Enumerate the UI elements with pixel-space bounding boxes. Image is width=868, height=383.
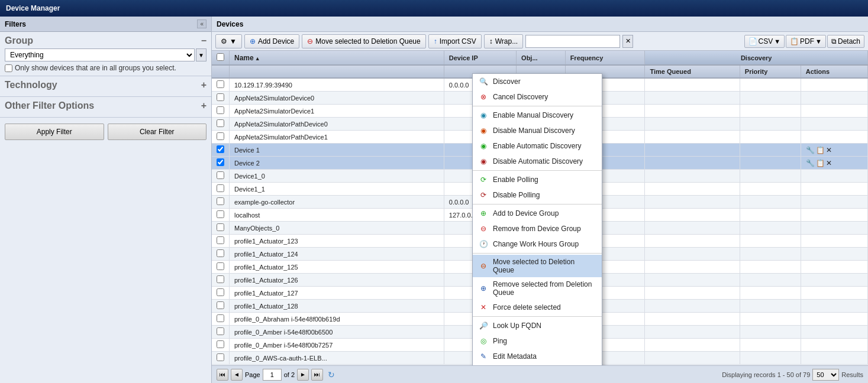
- row-checkbox[interactable]: [217, 132, 224, 140]
- only-show-checkbox[interactable]: [5, 64, 12, 72]
- wrap-button[interactable]: ↕ Wrap...: [484, 34, 523, 48]
- menu-item-disable-auto[interactable]: ◉Disable Automatic Discovery: [473, 154, 602, 169]
- csv-export-button[interactable]: 📄 CSV▼: [744, 35, 785, 48]
- row-checkbox-cell[interactable]: [212, 131, 230, 144]
- action-icon-2[interactable]: 📋: [816, 159, 825, 167]
- menu-item-enable-auto[interactable]: ◉Enable Automatic Discovery: [473, 138, 602, 154]
- row-checkbox[interactable]: [217, 210, 224, 218]
- row-checkbox[interactable]: [217, 288, 224, 296]
- row-checkbox[interactable]: [217, 80, 224, 88]
- row-checkbox-cell[interactable]: [212, 326, 230, 339]
- row-checkbox-cell[interactable]: [212, 235, 230, 248]
- menu-item-enable-polling[interactable]: ⟳Enable Polling: [473, 172, 602, 187]
- action-icon-2[interactable]: 📋: [816, 146, 825, 154]
- next-page-button[interactable]: ►: [297, 369, 309, 381]
- settings-button[interactable]: ⚙ ▼: [215, 34, 242, 48]
- row-checkbox[interactable]: [217, 106, 224, 114]
- pdf-export-button[interactable]: 📋 PDF▼: [786, 35, 826, 48]
- time-queued-subheader[interactable]: Time Queued: [645, 65, 740, 78]
- group-dropdown-button[interactable]: ▼: [196, 48, 206, 61]
- row-checkbox-cell[interactable]: [212, 105, 230, 118]
- menu-item-change-work-hours[interactable]: 🕐Change Work Hours Group: [473, 236, 602, 252]
- row-checkbox-cell[interactable]: [212, 352, 230, 365]
- row-checkbox-cell[interactable]: [212, 261, 230, 274]
- row-checkbox-cell[interactable]: [212, 170, 230, 183]
- row-checkbox[interactable]: [217, 197, 224, 205]
- action-icon-1[interactable]: 🔧: [806, 159, 815, 167]
- row-checkbox-cell[interactable]: [212, 144, 230, 157]
- row-checkbox-cell[interactable]: [212, 78, 230, 92]
- menu-item-cancel-discovery[interactable]: ⊗Cancel Discovery: [473, 89, 602, 105]
- row-checkbox-cell[interactable]: [212, 118, 230, 131]
- group-expand-icon[interactable]: −: [201, 35, 206, 46]
- row-checkbox[interactable]: [217, 158, 224, 166]
- row-checkbox[interactable]: [217, 301, 224, 309]
- objects-column-header[interactable]: Obj...: [517, 51, 566, 65]
- menu-item-edit-metadata[interactable]: ✎Edit Metadata: [473, 349, 602, 364]
- row-checkbox-cell[interactable]: [212, 222, 230, 235]
- menu-item-ping[interactable]: ◎Ping: [473, 333, 602, 349]
- row-checkbox[interactable]: [217, 353, 224, 361]
- row-checkbox-cell[interactable]: [212, 313, 230, 326]
- menu-item-add-to-group[interactable]: ⊕Add to Device Group: [473, 206, 602, 221]
- detach-button[interactable]: ⧉ Detach: [827, 35, 864, 48]
- row-checkbox[interactable]: [217, 327, 224, 335]
- priority-subheader[interactable]: Priority: [740, 65, 801, 78]
- action-icon-3[interactable]: ✕: [826, 159, 832, 167]
- per-page-select[interactable]: 50 25 100: [812, 369, 839, 381]
- other-filter-expand-icon[interactable]: +: [201, 100, 206, 111]
- menu-item-force-delete[interactable]: ✕Force delete selected: [473, 300, 602, 315]
- row-checkbox[interactable]: [217, 314, 224, 322]
- first-page-button[interactable]: ⏮: [217, 369, 228, 381]
- row-checkbox-cell[interactable]: [212, 274, 230, 287]
- menu-item-move-to-deletion[interactable]: ⊖Move selected to Deletion Queue: [473, 255, 602, 277]
- menu-item-discover[interactable]: 🔍Discover: [473, 74, 602, 89]
- row-checkbox[interactable]: [217, 262, 224, 270]
- row-checkbox[interactable]: [217, 275, 224, 283]
- add-device-button[interactable]: ⊕ Add Device: [244, 34, 299, 48]
- page-input[interactable]: [263, 369, 282, 381]
- move-to-deletion-button[interactable]: ⊖ Move selected to Deletion Queue: [302, 34, 425, 48]
- row-checkbox-cell[interactable]: [212, 92, 230, 105]
- menu-item-remove-from-deletion[interactable]: ⊕Remove selected from Deletion Queue: [473, 277, 602, 300]
- last-page-button[interactable]: ⏭: [311, 369, 323, 381]
- row-checkbox-cell[interactable]: [212, 248, 230, 261]
- row-checkbox[interactable]: [217, 236, 224, 244]
- row-checkbox[interactable]: [217, 223, 224, 231]
- row-checkbox[interactable]: [217, 171, 224, 179]
- technology-expand-icon[interactable]: +: [201, 80, 206, 90]
- search-input[interactable]: [525, 35, 620, 48]
- search-clear-button[interactable]: ✕: [622, 35, 633, 48]
- clear-filter-button[interactable]: Clear Filter: [108, 124, 207, 140]
- row-checkbox[interactable]: [217, 145, 224, 153]
- action-icon-3[interactable]: ✕: [826, 146, 832, 154]
- row-checkbox[interactable]: [217, 340, 224, 348]
- prev-page-button[interactable]: ◄: [231, 369, 243, 381]
- group-select[interactable]: Everything: [5, 48, 195, 61]
- select-all-checkbox[interactable]: [217, 53, 224, 61]
- row-checkbox[interactable]: [217, 93, 224, 101]
- row-checkbox-cell[interactable]: [212, 300, 230, 313]
- name-column-header[interactable]: Name▲: [230, 51, 444, 65]
- row-checkbox-cell[interactable]: [212, 196, 230, 209]
- row-checkbox-cell[interactable]: [212, 287, 230, 300]
- row-checkbox-cell[interactable]: [212, 183, 230, 196]
- row-checkbox[interactable]: [217, 119, 224, 127]
- device-ip-column-header[interactable]: Device IP: [444, 51, 516, 65]
- menu-item-lookup-fqdn[interactable]: 🔎Look Up FQDN: [473, 318, 602, 333]
- row-checkbox[interactable]: [217, 184, 224, 192]
- row-checkbox-cell[interactable]: [212, 339, 230, 352]
- apply-filter-button[interactable]: Apply Filter: [5, 124, 104, 140]
- menu-item-disable-polling[interactable]: ⟳Disable Polling: [473, 187, 602, 203]
- menu-item-remove-from-group[interactable]: ⊖Remove from Device Group: [473, 221, 602, 236]
- row-checkbox-cell[interactable]: [212, 209, 230, 222]
- filters-collapse-button[interactable]: «: [197, 20, 206, 28]
- row-checkbox-cell[interactable]: [212, 157, 230, 170]
- select-all-header[interactable]: [212, 51, 230, 65]
- row-checkbox[interactable]: [217, 249, 224, 257]
- import-csv-button[interactable]: ↑ Import CSV: [428, 34, 482, 48]
- action-icon-1[interactable]: 🔧: [806, 146, 815, 154]
- menu-item-disable-manual[interactable]: ◉Disable Manual Discovery: [473, 123, 602, 138]
- frequency-column-header[interactable]: Frequency: [565, 51, 645, 65]
- refresh-button[interactable]: ↻: [325, 369, 337, 381]
